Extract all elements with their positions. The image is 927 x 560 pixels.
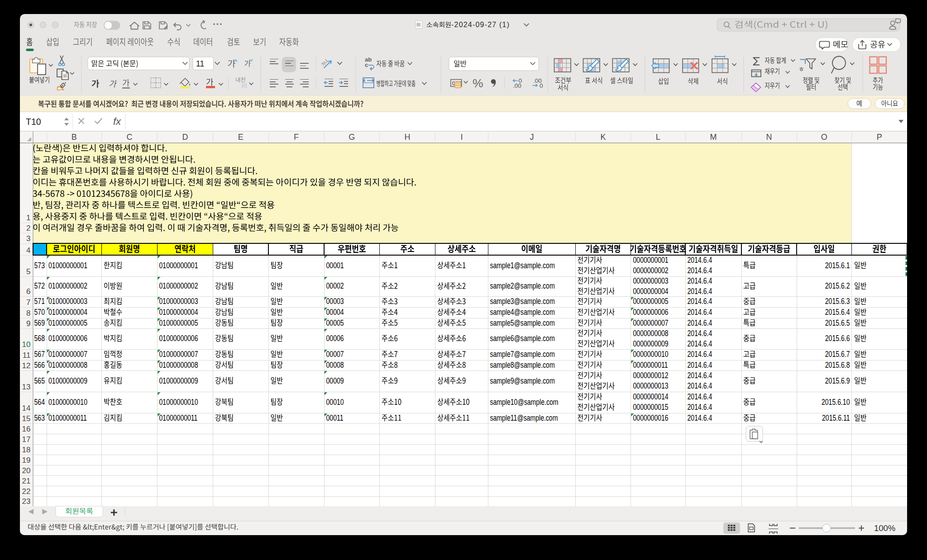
svg-text:21: 21 <box>22 477 31 485</box>
svg-text:0000000016: 0000000016 <box>633 413 669 423</box>
svg-text:01000000005: 01000000005 <box>48 318 87 328</box>
svg-text:2015.6.3: 2015.6.3 <box>825 296 850 306</box>
svg-text:00005: 00005 <box>326 318 344 328</box>
svg-text:sample5@sample.com: sample5@sample.com <box>490 318 555 328</box>
svg-text:01000000009: 01000000009 <box>48 376 87 386</box>
svg-text:16: 16 <box>22 425 31 433</box>
svg-text:2014.6.4: 2014.6.4 <box>688 360 712 370</box>
svg-text:···: ··· <box>213 19 223 30</box>
svg-text:1: 1 <box>26 214 30 222</box>
svg-text:2014.6.4: 2014.6.4 <box>688 307 712 317</box>
svg-text:sample11@sample.com: sample11@sample.com <box>490 413 558 423</box>
svg-text:sample7@sample.com: sample7@sample.com <box>490 349 555 359</box>
svg-text:2014.6.4: 2014.6.4 <box>688 286 712 296</box>
svg-text:7: 7 <box>26 298 30 307</box>
svg-text:01000000001: 01000000001 <box>48 261 87 271</box>
svg-text:H: H <box>405 133 411 142</box>
svg-text:22: 22 <box>22 487 31 496</box>
svg-text:00009: 00009 <box>326 376 344 386</box>
svg-text:01000000011: 01000000011 <box>159 413 198 423</box>
svg-text:0000000002: 0000000002 <box>633 266 669 275</box>
svg-text:sample4@sample.com: sample4@sample.com <box>490 307 555 317</box>
svg-text:00007: 00007 <box>326 349 344 359</box>
svg-text:2014.6.4: 2014.6.4 <box>688 266 712 275</box>
svg-text:-2024-09-27 (1): -2024-09-27 (1) <box>451 21 510 28</box>
svg-text:sample8@sample.com: sample8@sample.com <box>490 360 555 370</box>
svg-text:20: 20 <box>22 466 31 475</box>
svg-text:01000000007: 01000000007 <box>48 349 87 359</box>
svg-text:%: % <box>473 76 483 90</box>
svg-text:0: 0 <box>540 82 543 89</box>
svg-text:570: 570 <box>34 307 45 317</box>
svg-text:10: 10 <box>22 340 31 349</box>
svg-text:00006: 00006 <box>326 333 344 343</box>
svg-text:00011: 00011 <box>326 413 344 423</box>
svg-text:00010: 00010 <box>326 397 344 407</box>
svg-text:2014.6.4: 2014.6.4 <box>688 339 712 349</box>
svg-text:01000000002: 01000000002 <box>48 281 87 291</box>
svg-text:C: C <box>127 133 133 142</box>
svg-text:L: L <box>656 133 660 142</box>
svg-text:0000000015: 0000000015 <box>633 402 669 412</box>
svg-text:sample9@sample.com: sample9@sample.com <box>490 376 555 386</box>
svg-text:0000000012: 0000000012 <box>633 370 669 380</box>
svg-text:0000000010: 0000000010 <box>633 349 669 359</box>
svg-text:0000000007: 0000000007 <box>633 318 669 328</box>
svg-text:0000000008: 0000000008 <box>633 328 669 338</box>
svg-text:2015.6.7: 2015.6.7 <box>825 349 850 359</box>
svg-text:2014.6.4: 2014.6.4 <box>688 392 712 402</box>
svg-text:B: B <box>72 133 77 142</box>
svg-text:01000000002: 01000000002 <box>159 281 198 291</box>
svg-text:c: c <box>365 62 368 68</box>
svg-text:K: K <box>600 133 606 142</box>
svg-text:01000000010: 01000000010 <box>159 397 198 407</box>
svg-text:0000000014: 0000000014 <box>633 392 669 402</box>
svg-text:D: D <box>182 133 188 142</box>
svg-text:2014.6.4: 2014.6.4 <box>688 381 712 391</box>
svg-text:N: N <box>766 133 772 142</box>
svg-text:sample2@sample.com: sample2@sample.com <box>490 281 555 291</box>
svg-text:00002: 00002 <box>326 281 344 291</box>
svg-text:8: 8 <box>26 309 30 318</box>
svg-text:4: 4 <box>26 246 30 255</box>
svg-text:11: 11 <box>196 59 204 68</box>
svg-text:01000000009: 01000000009 <box>159 376 198 386</box>
svg-text:01000000004: 01000000004 <box>159 307 198 317</box>
svg-text:2014.6.4: 2014.6.4 <box>688 370 712 380</box>
svg-text:2014.6.4: 2014.6.4 <box>688 276 712 286</box>
svg-text:G: G <box>349 133 355 142</box>
svg-text:F: F <box>294 133 299 142</box>
svg-text:569: 569 <box>34 318 45 328</box>
svg-text:2015.6.4: 2015.6.4 <box>825 307 850 317</box>
svg-text:15: 15 <box>22 414 31 423</box>
svg-text:2015.6.8: 2015.6.8 <box>825 360 850 370</box>
svg-text:3: 3 <box>26 234 30 243</box>
svg-text:O: O <box>821 133 827 142</box>
svg-text:2015.6.6: 2015.6.6 <box>825 333 850 343</box>
svg-text:571: 571 <box>34 296 45 306</box>
svg-text:2014.6.4: 2014.6.4 <box>688 402 712 412</box>
svg-text:23: 23 <box>22 497 31 506</box>
svg-text:2015.6.9: 2015.6.9 <box>825 376 850 386</box>
svg-text:J: J <box>530 133 534 142</box>
svg-text:sample1@sample.com: sample1@sample.com <box>490 261 555 271</box>
svg-text:0000000005: 0000000005 <box>633 296 669 306</box>
svg-text:9: 9 <box>26 319 30 328</box>
svg-text:2: 2 <box>26 224 30 233</box>
svg-text:11: 11 <box>23 351 31 360</box>
svg-text:564: 564 <box>34 397 45 407</box>
svg-text:01000000011: 01000000011 <box>48 413 87 423</box>
svg-text:T10: T10 <box>26 117 41 127</box>
svg-text:2014.6.4: 2014.6.4 <box>688 349 712 359</box>
svg-text:566: 566 <box>34 360 45 370</box>
svg-text:0000000006: 0000000006 <box>633 307 669 317</box>
svg-text:2015.6.11: 2015.6.11 <box>822 413 850 423</box>
svg-text:01000000006: 01000000006 <box>159 333 198 343</box>
svg-text:567: 567 <box>34 349 45 359</box>
svg-text:0000000013: 0000000013 <box>633 381 669 391</box>
svg-text:12: 12 <box>22 361 31 370</box>
svg-text:2014.6.4: 2014.6.4 <box>688 318 712 328</box>
svg-text:fx: fx <box>113 116 121 127</box>
svg-text:00003: 00003 <box>326 296 344 306</box>
svg-text:M: M <box>710 133 717 142</box>
